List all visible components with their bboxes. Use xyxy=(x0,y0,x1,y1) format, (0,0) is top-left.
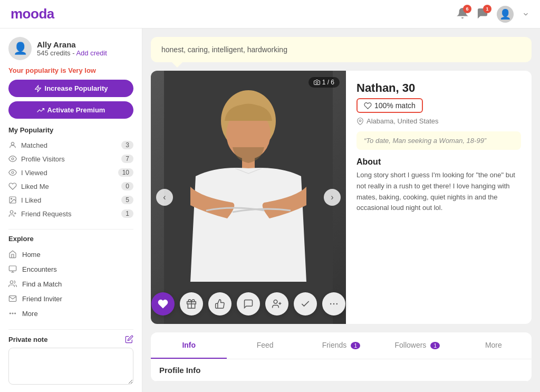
sidebar-item-liked-me[interactable]: Liked Me 0 xyxy=(8,179,133,193)
home-icon xyxy=(8,250,17,259)
user-avatar-header[interactable]: 👤 xyxy=(497,6,514,23)
photo-prev-button[interactable]: ‹ xyxy=(156,189,173,206)
like-button[interactable] xyxy=(208,292,232,315)
sidebar-item-friend-requests[interactable]: Friend Requests 1 xyxy=(8,207,133,221)
sidebar-divider-2 xyxy=(8,329,133,330)
bell-notification[interactable]: 6 xyxy=(457,7,468,21)
tab-section-title: Profile Info xyxy=(151,359,532,381)
profile-photo-svg xyxy=(151,71,346,324)
profile-info-section: Nathan, 30 100% match Alabama, United St… xyxy=(346,71,532,324)
add-credit-link[interactable]: Add credit xyxy=(76,49,107,57)
heart-icon xyxy=(8,182,17,190)
sidebar-item-profile-visitors[interactable]: Profile Visitors 7 xyxy=(8,152,133,166)
explore-items: Home Encounters Find a Match Friend Invi… xyxy=(8,247,133,321)
sidebar-item-matched[interactable]: Matched 3 xyxy=(8,138,133,152)
activate-premium-button[interactable]: Activate Premium xyxy=(8,101,133,119)
location-line: Alabama, United States xyxy=(356,117,521,125)
tab-more[interactable]: More xyxy=(456,332,532,359)
seeking-text: “To date, Man seeking a Woman, 18-99” xyxy=(364,137,486,145)
sidebar-item-i-viewed[interactable]: I Viewed 10 xyxy=(8,166,133,179)
app-header: mooda 6 1 👤 xyxy=(0,0,540,28)
svg-marker-0 xyxy=(35,85,41,92)
main-layout: 👤 Ally Arana 545 credits - Add credit Yo… xyxy=(0,28,540,392)
svg-point-15 xyxy=(15,313,16,314)
seeking-box: “To date, Man seeking a Woman, 18-99” xyxy=(356,131,521,150)
message-notification[interactable]: 1 xyxy=(477,7,488,21)
sidebar-item-home[interactable]: Home xyxy=(8,247,133,262)
ellipsis-icon xyxy=(329,299,339,309)
sidebar-user-info: Ally Arana 545 credits - Add credit xyxy=(37,40,107,57)
add-person-icon xyxy=(8,209,17,218)
profile-photo xyxy=(151,71,346,324)
svg-point-20 xyxy=(316,82,318,84)
heart-button[interactable] xyxy=(151,292,175,315)
svg-point-1 xyxy=(11,142,14,145)
my-popularity-title: My Popularity xyxy=(8,126,133,134)
increase-popularity-button[interactable]: Increase Popularity xyxy=(8,80,133,97)
svg-point-26 xyxy=(330,303,332,305)
visitors-count: 7 xyxy=(121,155,133,163)
sidebar: 👤 Ally Arana 545 credits - Add credit Yo… xyxy=(0,28,142,392)
heart-action-icon xyxy=(158,299,168,309)
sidebar-item-friend-inviter[interactable]: Friend Inviter xyxy=(8,291,133,306)
tab-friends[interactable]: Friends 1 xyxy=(303,332,379,359)
svg-point-14 xyxy=(12,313,13,314)
bell-badge: 6 xyxy=(463,5,471,13)
svg-point-23 xyxy=(274,300,277,304)
chevron-down-icon[interactable] xyxy=(522,11,529,18)
picture-icon xyxy=(8,196,17,204)
popularity-items: Matched 3 Profile Visitors 7 I Viewed 10 xyxy=(8,138,133,221)
sidebar-item-more[interactable]: More xyxy=(8,306,133,321)
camera-icon xyxy=(314,79,320,85)
photo-next-button[interactable]: › xyxy=(324,189,341,206)
photo-section: 1 / 6 ‹ › xyxy=(151,71,346,324)
svg-rect-9 xyxy=(9,266,16,271)
sidebar-username: Ally Arana xyxy=(37,40,107,49)
friend-requests-count: 1 xyxy=(121,209,133,218)
quote-text: honest, caring, intelligent, hardworking xyxy=(161,45,287,54)
add-friend-icon xyxy=(272,299,282,309)
match-percent: 100% match xyxy=(374,101,416,110)
eye-icon xyxy=(8,155,17,163)
tab-followers[interactable]: Followers 1 xyxy=(379,332,455,359)
match-heart-icon xyxy=(364,102,372,110)
profile-tabs: Info Feed Friends 1 Followers 1 More xyxy=(151,332,532,359)
more-button[interactable] xyxy=(322,292,345,315)
private-note-header: Private note xyxy=(8,335,133,343)
about-text: Long story short I guess I'm looking for… xyxy=(356,170,521,214)
gift-button[interactable] xyxy=(180,292,203,315)
profile-name: Nathan, 30 xyxy=(356,81,521,95)
sidebar-item-i-liked[interactable]: I Liked 5 xyxy=(8,193,133,207)
person-icon xyxy=(8,141,17,149)
main-content: honest, caring, intelligent, hardworking xyxy=(142,28,540,392)
action-bar xyxy=(151,292,345,315)
popularity-status: Very low xyxy=(68,66,96,74)
trending-icon xyxy=(37,107,44,114)
liked-me-count: 0 xyxy=(121,182,133,190)
popularity-status-line: Your popularity is Very low xyxy=(8,66,133,74)
add-friend-button[interactable] xyxy=(265,292,288,315)
check-icon xyxy=(300,299,311,309)
i-liked-count: 5 xyxy=(121,196,133,204)
sidebar-profile: 👤 Ally Arana 545 credits - Add credit xyxy=(8,37,133,60)
svg-point-28 xyxy=(336,303,338,305)
sidebar-item-find-match[interactable]: Find a Match xyxy=(8,276,133,291)
lightning-icon xyxy=(34,85,42,92)
svg-point-12 xyxy=(10,281,13,283)
tab-info[interactable]: Info xyxy=(151,332,227,359)
tab-feed[interactable]: Feed xyxy=(227,332,303,359)
chat-button[interactable] xyxy=(237,292,260,315)
profile-tabs-container: Info Feed Friends 1 Followers 1 More Pro… xyxy=(151,332,532,381)
match-box: 100% match xyxy=(356,98,423,113)
sidebar-divider xyxy=(8,229,133,230)
sidebar-item-encounters[interactable]: Encounters xyxy=(8,262,133,276)
encounters-icon xyxy=(8,265,17,273)
gift-icon xyxy=(186,299,197,309)
svg-point-5 xyxy=(11,198,12,199)
location-icon xyxy=(356,118,364,125)
check-button[interactable] xyxy=(294,292,317,315)
viewed-count: 10 xyxy=(118,168,133,177)
edit-icon[interactable] xyxy=(125,335,133,343)
private-note-textarea[interactable] xyxy=(8,348,133,385)
eye2-icon xyxy=(8,168,17,177)
